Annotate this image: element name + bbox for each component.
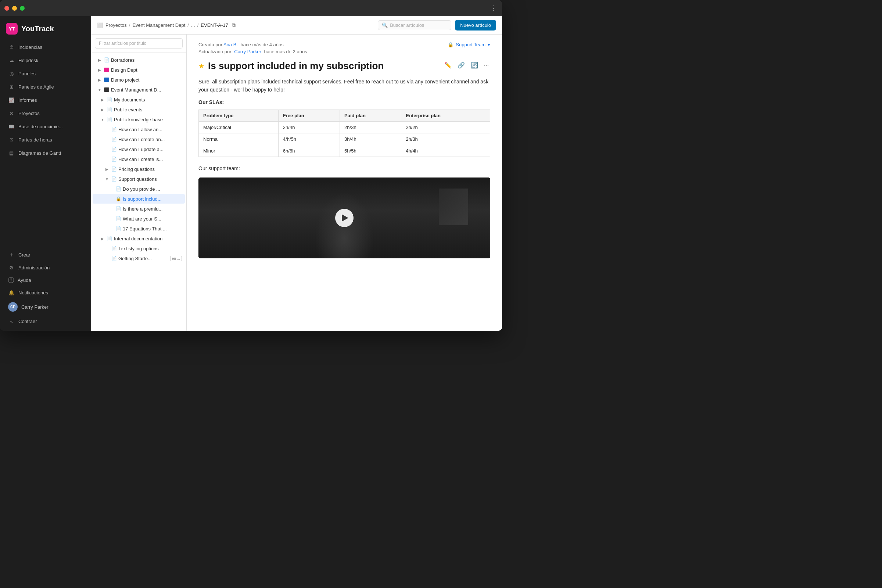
folder-blue-icon <box>104 77 110 82</box>
tree-item-label: Internal documentation <box>114 236 182 242</box>
maximize-button[interactable] <box>20 6 25 10</box>
sidebar-item-collapse[interactable]: « Contraer <box>2 315 89 327</box>
sla-header-1: Free plan <box>278 110 340 121</box>
window-menu-button[interactable]: ⋮ <box>490 4 498 12</box>
topbar: ⬜ Proyectos / Event Management Dept / ..… <box>91 16 502 34</box>
sidebar-item-crear[interactable]: ＋ Crear <box>2 248 89 261</box>
youtrack-logo-text: YouTrack <box>21 25 54 33</box>
sidebar-item-paneles[interactable]: ◎ Paneles <box>2 67 89 80</box>
chart-icon: 📈 <box>8 97 15 103</box>
tree-item-is-support[interactable]: 🔒 Is support includ... <box>93 194 185 204</box>
tree-item-do-provide[interactable]: 📄 Do you provide ... <box>93 184 185 194</box>
tree-item-borradores[interactable]: ▶ 📄 Borradores <box>93 55 185 64</box>
spacer <box>104 147 110 152</box>
created-by-link[interactable]: Ana B. <box>224 42 238 47</box>
tree-item-public-kb[interactable]: ▼ 📄 Public knowledge base <box>93 115 185 124</box>
share-button[interactable]: 🔄 <box>469 60 480 70</box>
breadcrumb-dots[interactable]: ... <box>191 22 195 28</box>
tree-item-how-allow[interactable]: 📄 How can I allow an... <box>93 124 185 134</box>
sidebar-item-helpdesk[interactable]: ☁ Helpdesk <box>2 54 89 66</box>
spacer <box>109 226 114 231</box>
tree-item-label: Design Dept <box>111 67 182 73</box>
sidebar-item-label: Paneles de Agile <box>18 84 54 90</box>
tree-item-event-mgmt[interactable]: ▼ Event Management D... <box>93 85 185 94</box>
sla-row1-col2: 3h/4h <box>340 133 401 145</box>
folder-dark-icon <box>104 87 110 93</box>
video-play-button[interactable] <box>335 209 354 227</box>
sidebar-item-paneles-agile[interactable]: ⊞ Paneles de Agile <box>2 81 89 93</box>
chevron-down-icon: ▼ <box>97 87 102 92</box>
search-input[interactable] <box>390 22 447 28</box>
tree-item-how-create[interactable]: 📄 How can I create an... <box>93 135 185 144</box>
new-article-button[interactable]: Nuevo artículo <box>455 20 496 30</box>
video-container[interactable] <box>198 177 490 258</box>
book-icon: 📖 <box>8 123 15 130</box>
close-button[interactable] <box>4 6 9 10</box>
sidebar-item-user[interactable]: CP Carry Parker <box>2 299 89 315</box>
article-header: ★ Is support included in my subscription… <box>187 57 502 78</box>
sidebar-item-proyectos[interactable]: ⊙ Proyectos <box>2 107 89 119</box>
app-layout: YT YouTrack ⏱ Incidencias ☁ Helpdesk ◎ P… <box>0 16 502 331</box>
updated-by-link[interactable]: Carry Parker <box>234 49 261 54</box>
sidebar-item-incidencias[interactable]: ⏱ Incidencias <box>2 41 89 53</box>
tree-item-text-styling[interactable]: 📄 Text styling options <box>93 244 185 253</box>
sidebar-item-ayuda[interactable]: ? Ayuda <box>2 274 89 286</box>
minimize-button[interactable] <box>12 6 17 10</box>
tree-item-how-update[interactable]: 📄 How can I update a... <box>93 144 185 154</box>
clock-icon: ⏱ <box>8 44 15 50</box>
edit-button[interactable]: ✏️ <box>443 60 453 70</box>
tree-item-label: How can I allow an... <box>118 127 182 132</box>
tree-item-label: Getting Starte... <box>118 256 169 261</box>
more-button[interactable]: ··· <box>483 61 490 70</box>
tree-item-what-sla[interactable]: 📄 What are your S... <box>93 214 185 224</box>
sidebar-item-partes[interactable]: ⧖ Partes de horas <box>2 134 89 146</box>
spacer <box>104 156 110 162</box>
tree-item-pricing-q[interactable]: ▶ 📄 Pricing questions <box>93 164 185 174</box>
tree-item-17-eq[interactable]: 📄 17 Equations That ... <box>93 224 185 233</box>
tree-filter-input[interactable] <box>95 38 183 48</box>
sidebar-item-label: Administración <box>18 265 50 270</box>
logo-area: YT YouTrack <box>0 19 91 40</box>
article-body: Sure, all subscription plans included te… <box>187 78 502 270</box>
sidebar-item-label: Helpdesk <box>18 58 38 63</box>
breadcrumb-sep-1: / <box>129 22 130 28</box>
star-icon[interactable]: ★ <box>198 62 204 70</box>
sidebar-item-label: Partes de horas <box>18 137 52 142</box>
tree-item-how-create-is[interactable]: 📄 How can I create is... <box>93 154 185 164</box>
tree-item-demo-project[interactable]: ▶ Demo project <box>93 75 185 84</box>
spacer <box>109 196 114 201</box>
topbar-right: 🔍 Nuevo artículo <box>378 20 496 30</box>
tree-item-label: Demo project <box>111 77 182 82</box>
sidebar-item-gantt[interactable]: ▤ Diagramas de Gantt <box>2 147 89 159</box>
updated-label: Actualizado por <box>198 49 231 54</box>
sidebar-item-label: Informes <box>18 98 37 103</box>
tree-item-support-q[interactable]: ▼ 📄 Support questions <box>93 174 185 184</box>
breadcrumb-event-mgmt[interactable]: Event Management Dept <box>132 22 185 28</box>
doc-icon: 📄 <box>111 146 117 152</box>
link-button[interactable]: 🔗 <box>456 60 466 70</box>
dot-circle-icon: ⊙ <box>8 110 15 117</box>
support-team-button[interactable]: 🔒 Support Team ▾ <box>448 42 490 47</box>
tree-item-public-events[interactable]: ▶ 📄 Public events <box>93 105 185 114</box>
tree-item-internal-doc[interactable]: ▶ 📄 Internal documentation <box>93 234 185 243</box>
sidebar-item-informes[interactable]: 📈 Informes <box>2 94 89 106</box>
sidebar-item-base[interactable]: 📖 Base de conocimie... <box>2 120 89 133</box>
tree-item-getting-started[interactable]: 📄 Getting Starte... en ... <box>93 254 185 263</box>
play-triangle-icon <box>342 214 348 222</box>
sla-row2-col1: 6h/6h <box>278 145 340 156</box>
sidebar-item-notificaciones[interactable]: 🔔 Notificaciones <box>2 286 89 299</box>
article-title: Is support included in my subscription <box>208 60 384 72</box>
doc-icon: 📄 <box>111 166 117 172</box>
breadcrumb-proyectos[interactable]: Proyectos <box>105 22 127 28</box>
tree-item-is-premium[interactable]: 📄 Is there a premiu... <box>93 204 185 213</box>
tree-item-my-docs[interactable]: ▶ 📄 My documents <box>93 95 185 104</box>
main-content: ⬜ Proyectos / Event Management Dept / ..… <box>91 16 502 331</box>
table-row: Major/Critical 2h/4h 2h/3h 2h/2h <box>199 121 490 133</box>
sidebar-item-label: Diagramas de Gantt <box>18 150 61 156</box>
article-actions: ✏️ 🔗 🔄 ··· <box>443 60 490 70</box>
sidebar-item-admin[interactable]: ⚙ Administración <box>2 261 89 274</box>
tree-item-design-dept[interactable]: ▶ Design Dept <box>93 65 185 75</box>
gear-icon: ⚙ <box>8 264 15 271</box>
article-panel: Creada por Ana B. hace más de 4 años Act… <box>187 34 502 331</box>
copy-icon[interactable]: ⧉ <box>232 22 236 28</box>
